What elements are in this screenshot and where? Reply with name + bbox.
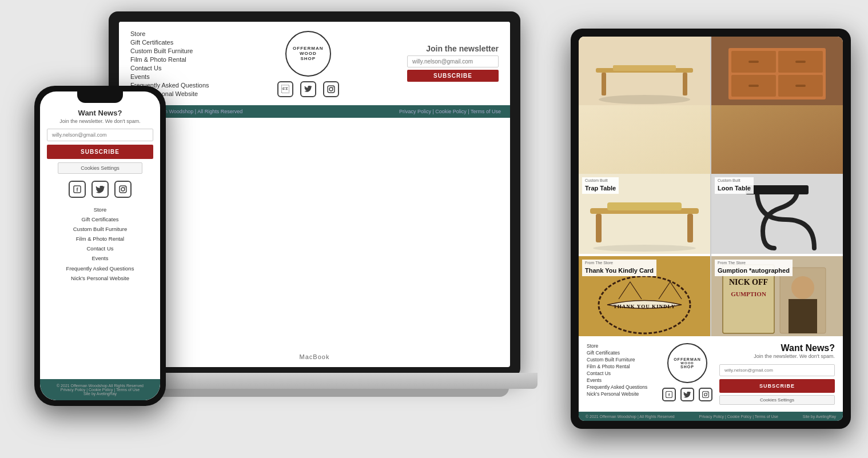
tablet-footer-bar: © 2021 Offerman Woodshop | All Rights Re… [579,412,843,421]
phone-facebook-icon[interactable]: f [69,181,86,198]
svg-point-21 [332,86,333,87]
phone-notch [77,91,123,103]
svg-point-26 [125,187,126,188]
phone-twitter-icon[interactable] [91,181,109,198]
tablet-copyright: © 2021 Offerman Woodshop | All Rights Re… [586,415,675,419]
phone: Want News? Join the newsletter. We don't… [34,86,166,406]
macbook-footer-logo: OFFERMAN WOOD SHOP  [277,31,339,97]
svg-rect-60 [789,299,817,333]
scene: From The Store Thank You Kindly Card [0,0,868,458]
tablet-cell-4[interactable]: Custom Built Loon Table [711,174,843,256]
tablet-footer-gc[interactable]: Gift Certificates [587,350,655,356]
tablet-cell-3-from: Custom Built [585,178,616,182]
svg-text:THANK YOU KINDLY: THANK YOU KINDLY [614,304,675,309]
phone-cookie-btn[interactable]: Cookies Settings [58,162,143,174]
tablet-logo-shop: SHOP [680,365,694,369]
macbook-subscribe-btn[interactable]: SUBSCRIBE [407,70,499,82]
phone-nav-photo[interactable]: Film & Photo Rental [47,234,153,244]
phone-nav-store[interactable]: Store [47,205,153,214]
tablet-cell-1[interactable] [579,37,710,174]
svg-point-48 [593,245,696,252]
svg-point-32 [599,95,690,104]
phone-email-input[interactable] [47,129,153,141]
svg-point-64 [704,393,707,396]
tablet-top-grid [579,37,843,174]
tablet-footer-links: Store Gift Certificates Custom Built Fur… [587,343,655,397]
svg-rect-19 [328,86,335,93]
tablet-cookie-btn[interactable]: Cookies Settings [719,395,835,405]
tablet-cell-3[interactable]: Custom Built Trap Table [579,174,710,256]
macbook-label: MacBook [300,353,330,360]
tablet: Custom Built Trap Table [571,29,851,429]
phone-nav-faq[interactable]: Frequently Asked Questions [47,264,153,273]
tablet-cell-6-from: From The Store [718,261,790,265]
macbook-foot [120,388,509,397]
trap-table-img [579,37,710,105]
macbook-join-label: Join the newsletter [407,44,499,53]
tablet-subscribe-btn[interactable]: SUBSCRIBE [719,379,835,393]
svg-text:f: f [668,392,670,397]
tablet-mid-grid: Custom Built Trap Table [579,174,843,256]
svg-point-25 [121,188,125,191]
phone-instagram-icon[interactable] [114,181,132,198]
tablet-footer-photo[interactable]: Film & Photo Rental [587,364,655,369]
tablet-email-input[interactable] [719,364,835,376]
svg-rect-40 [795,61,806,63]
macbook-footer-link-store[interactable]: Store [130,30,209,37]
tablet-footer: Store Gift Certificates Custom Built Fur… [579,336,843,412]
macbook-social-icons:  [277,81,339,97]
tablet-instagram-icon[interactable] [699,388,712,401]
svg-rect-24 [120,186,126,193]
tablet-footer-center: OFFERMAN WOOD SHOP f [662,343,712,401]
tablet-screen: Custom Built Trap Table [579,37,843,421]
macbook-footer-link-gc[interactable]: Gift Certificates [130,39,209,46]
phone-nav-events[interactable]: Events [47,253,153,263]
tablet-twitter-icon[interactable] [680,388,694,401]
tablet-cell-4-label: Custom Built Loon Table [715,177,754,194]
macbook-footer-link-contact[interactable]: Contact Us [130,65,209,71]
tablet-cell-2[interactable] [711,37,843,174]
tablet-footer-furniture[interactable]: Custom Built Furniture [587,357,655,363]
tablet-footer-nick[interactable]: Nick's Personal Website [587,391,655,397]
macbook-footer-link-furniture[interactable]: Custom Built Furniture [130,47,209,54]
instagram-icon[interactable] [323,81,339,97]
tablet-want-news-title: Want News? [719,343,835,353]
phone-want-news-title: Want News? [47,109,153,117]
macbook-screen-outer: From The Store Thank You Kindly Card [109,11,520,377]
tablet-footer-store[interactable]: Store [587,343,655,349]
svg-text:NICK OFF: NICK OFF [729,278,768,286]
tablet-legal: Privacy Policy | Cookie Policy | Terms o… [699,415,779,419]
phone-nav-contact[interactable]: Contact Us [47,244,153,253]
dresser-img [711,37,843,105]
tablet-newsletter: Want News? Join the newsletter. We don't… [719,343,835,405]
phone-outer: Want News? Join the newsletter. We don't… [34,86,166,406]
svg-text:GUMPTION: GUMPTION [731,290,766,297]
phone-nav-gc[interactable]: Gift Certificates [47,214,153,224]
tablet-cell-3-title: Trap Table [585,185,616,192]
tablet-cell-5-label: From The Store Thank You Kindly Card [582,260,656,276]
macbook-footer-link-events[interactable]: Events [130,73,209,80]
svg-rect-63 [703,392,709,398]
phone-footer-legal: Privacy Policy | Cookie Policy | Terms o… [45,388,156,392]
phone-subscribe-btn[interactable]: SUBSCRIBE [47,145,153,159]
twitter-icon[interactable] [300,81,316,97]
macbook-footer-newsletter: Join the newsletter SUBSCRIBE [407,44,499,84]
tablet-footer-faq[interactable]: Frequently Asked Questions [587,384,655,390]
svg-text:f: f [77,187,79,193]
tablet-cell-5-title: Thank You Kindly Card [585,267,654,274]
svg-rect-41 [748,85,759,87]
tablet-want-news-sub: Join the newsletter. We don't spam. [719,353,835,359]
facebook-icon[interactable]:  [277,81,293,97]
macbook-footer-link-photo[interactable]: Film & Photo Rental [130,56,209,63]
tablet-cell-6[interactable]: From The Store Gumption *autographed NIC… [711,256,843,336]
tablet-facebook-icon[interactable]: f [662,388,676,401]
tablet-footer-contact[interactable]: Contact Us [587,371,655,376]
phone-nav-furniture[interactable]: Custom Built Furniture [47,224,153,234]
svg-rect-46 [687,214,693,242]
tablet-bot-grid: From The Store Thank You Kindly Card THA… [579,256,843,336]
macbook-email-input[interactable] [407,55,499,67]
tablet-cell-5[interactable]: From The Store Thank You Kindly Card THA… [579,256,710,336]
phone-nav-nick[interactable]: Nick's Personal Website [47,273,153,283]
tablet-footer-events[interactable]: Events [587,377,655,383]
macbook-screen: From The Store Thank You Kindly Card [119,22,510,367]
